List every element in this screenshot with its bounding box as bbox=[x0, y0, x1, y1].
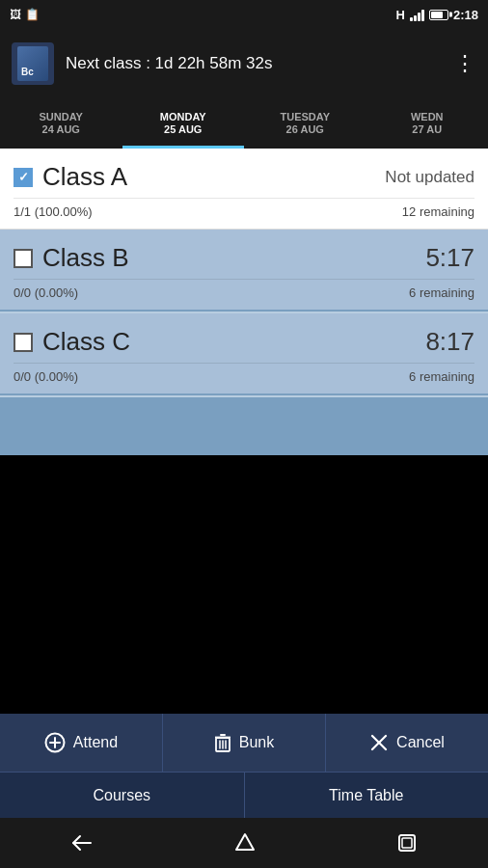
notification-icon: 📋 bbox=[25, 8, 40, 21]
logo-inner bbox=[17, 46, 48, 81]
class-a-status: Not updated bbox=[385, 168, 474, 187]
signal-bar-1 bbox=[410, 17, 413, 21]
blue-spacer bbox=[0, 397, 488, 455]
class-c-stats: 0/0 (0.00%) bbox=[14, 369, 78, 384]
tab-sunday-name: SUNDAY bbox=[40, 111, 83, 122]
header-menu-button[interactable]: ⋮ bbox=[454, 53, 476, 74]
class-b-name-group: Class B bbox=[14, 243, 129, 273]
trash-icon bbox=[214, 733, 231, 752]
class-c-bottom-row: 0/0 (0.00%) 6 remaining bbox=[14, 363, 474, 384]
nav-tabs: Courses Time Table bbox=[0, 772, 488, 818]
tab-wednesday-date: 27 AU bbox=[412, 123, 442, 135]
class-b-name: Class B bbox=[42, 243, 129, 273]
back-button[interactable] bbox=[71, 834, 93, 852]
class-a-name-group: Class A bbox=[14, 162, 127, 192]
class-b-bottom-row: 0/0 (0.00%) 6 remaining bbox=[14, 279, 474, 300]
class-a-top-row: Class A Not updated bbox=[14, 162, 474, 192]
circle-plus-icon bbox=[44, 732, 66, 753]
clock: 2:18 bbox=[453, 8, 478, 22]
tab-tuesday[interactable]: TUESDAY 26 AUG bbox=[244, 98, 366, 147]
class-b-checkbox[interactable] bbox=[14, 249, 33, 268]
status-bar-left: 🖼 📋 bbox=[10, 8, 391, 21]
action-bar: Attend Bunk Cancel bbox=[0, 714, 488, 772]
class-b-time: 5:17 bbox=[425, 243, 474, 273]
battery-icon bbox=[429, 10, 448, 20]
status-bar: 🖼 📋 H 2:18 bbox=[0, 0, 488, 29]
class-c-remaining: 6 remaining bbox=[409, 369, 474, 384]
class-b-top-row: Class B 5:17 bbox=[14, 243, 474, 273]
home-button[interactable] bbox=[234, 832, 256, 854]
status-icons: H 2:18 bbox=[396, 8, 478, 22]
class-c-time: 8:17 bbox=[425, 327, 474, 357]
class-c-top-row: Class C 8:17 bbox=[14, 327, 474, 357]
header: Next class : 1d 22h 58m 32s ⋮ bbox=[0, 29, 488, 98]
courses-tab[interactable]: Courses bbox=[0, 773, 245, 818]
screen-icon: 🖼 bbox=[10, 8, 21, 21]
battery-fill bbox=[431, 12, 443, 18]
class-b-remaining: 6 remaining bbox=[409, 285, 474, 300]
class-c-name-group: Class C bbox=[14, 327, 130, 357]
class-c-checkbox[interactable] bbox=[14, 333, 33, 352]
class-b-stats: 0/0 (0.00%) bbox=[14, 285, 78, 300]
class-c-item: Class C 8:17 0/0 (0.00%) 6 remaining bbox=[0, 313, 488, 395]
recents-button[interactable] bbox=[397, 833, 417, 853]
class-b-item: Class B 5:17 0/0 (0.00%) 6 remaining bbox=[0, 230, 488, 312]
tab-monday-name: MONDAY bbox=[160, 111, 206, 122]
system-nav-bar bbox=[0, 818, 488, 868]
attend-button[interactable]: Attend bbox=[0, 714, 163, 772]
class-a-stats: 1/1 (100.00%) bbox=[14, 204, 93, 219]
attend-label: Attend bbox=[73, 734, 118, 751]
class-list: Class A Not updated 1/1 (100.00%) 12 rem… bbox=[0, 149, 488, 455]
timetable-tab-label: Time Table bbox=[329, 787, 403, 804]
bunk-label: Bunk bbox=[239, 734, 274, 751]
tab-tuesday-date: 26 AUG bbox=[286, 123, 324, 135]
signal-bars bbox=[410, 8, 424, 21]
class-c-name: Class C bbox=[42, 327, 130, 357]
signal-bar-2 bbox=[414, 15, 417, 21]
tab-wednesday[interactable]: WEDN 27 AU bbox=[366, 98, 489, 147]
signal-bar-3 bbox=[418, 13, 420, 21]
bunk-button[interactable]: Bunk bbox=[163, 714, 326, 772]
class-a-checkbox[interactable] bbox=[14, 168, 33, 187]
app-logo bbox=[12, 42, 54, 85]
courses-tab-label: Courses bbox=[93, 787, 150, 804]
back-icon bbox=[71, 834, 93, 852]
h-indicator: H bbox=[396, 8, 405, 22]
cancel-label: Cancel bbox=[396, 734, 445, 751]
class-a-remaining: 12 remaining bbox=[402, 204, 474, 219]
tab-tuesday-name: TUESDAY bbox=[280, 111, 330, 122]
class-a-bottom-row: 1/1 (100.00%) 12 remaining bbox=[14, 198, 474, 219]
header-title: Next class : 1d 22h 58m 32s bbox=[66, 54, 443, 73]
cancel-button[interactable]: Cancel bbox=[326, 714, 488, 772]
class-a-item: Class A Not updated 1/1 (100.00%) 12 rem… bbox=[0, 149, 488, 230]
timetable-tab[interactable]: Time Table bbox=[245, 773, 489, 818]
x-icon bbox=[369, 733, 389, 752]
home-icon bbox=[234, 832, 256, 854]
tab-monday-date: 25 AUG bbox=[164, 123, 202, 135]
recents-icon bbox=[397, 833, 417, 853]
svg-marker-12 bbox=[236, 834, 254, 850]
tab-monday[interactable]: MONDAY 25 AUG bbox=[122, 98, 245, 147]
tab-sunday[interactable]: SUNDAY 24 AUG bbox=[0, 98, 122, 147]
svg-rect-14 bbox=[402, 838, 412, 848]
class-a-name: Class A bbox=[42, 162, 127, 192]
day-tabs: SUNDAY 24 AUG MONDAY 25 AUG TUESDAY 26 A… bbox=[0, 98, 488, 149]
tab-sunday-date: 24 AUG bbox=[42, 123, 80, 135]
signal-bar-4 bbox=[421, 10, 424, 21]
tab-wednesday-name: WEDN bbox=[411, 111, 444, 122]
